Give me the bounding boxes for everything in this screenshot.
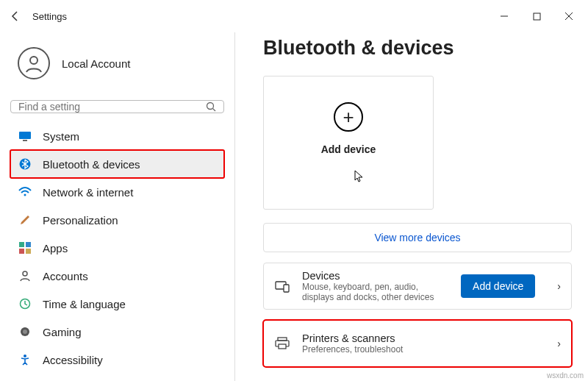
svg-point-18 (23, 330, 27, 334)
devices-title: Devices (302, 270, 449, 282)
watermark: wsxdn.com (547, 371, 584, 380)
nav-label: Accounts (43, 270, 88, 282)
gaming-icon (18, 324, 32, 339)
svg-rect-1 (534, 13, 540, 20)
svg-rect-22 (278, 338, 287, 341)
view-more-devices-button[interactable]: View more devices (263, 223, 572, 252)
nav-label: Network & internet (43, 186, 133, 199)
svg-rect-8 (23, 140, 27, 141)
account-name: Local Account (62, 57, 130, 70)
sidebar: Local Account System Bluetooth & devices… (0, 32, 235, 381)
nav-network[interactable]: Network & internet (10, 178, 224, 206)
svg-point-10 (24, 194, 26, 196)
printer-icon (274, 337, 290, 350)
page-title: Bluetooth & devices (263, 37, 572, 60)
svg-rect-24 (279, 344, 286, 349)
svg-point-4 (30, 57, 37, 64)
system-icon (18, 129, 32, 143)
nav-label: Personalization (43, 214, 118, 227)
apps-icon (18, 241, 32, 255)
printers-scanners-row[interactable]: Printers & scanners Preferences, trouble… (263, 320, 572, 367)
nav-label: Accessibility (43, 354, 103, 366)
nav-label: Gaming (43, 326, 82, 338)
minimize-button[interactable] (488, 4, 520, 29)
nav-label: Time & language (43, 298, 126, 310)
nav-bluetooth-devices[interactable]: Bluetooth & devices (10, 150, 224, 178)
brush-icon (18, 213, 32, 227)
nav-gaming[interactable]: Gaming (10, 318, 224, 346)
nav-time-language[interactable]: Time & language (10, 290, 224, 318)
svg-rect-12 (26, 242, 31, 247)
nav-label: System (43, 130, 79, 143)
svg-point-15 (23, 271, 27, 276)
nav-label: Apps (43, 242, 68, 254)
nav-privacy[interactable]: Privacy & security (10, 374, 224, 381)
nav-system[interactable]: System (10, 122, 224, 150)
close-button[interactable] (553, 4, 585, 29)
person-icon (24, 53, 44, 74)
wifi-icon (18, 185, 32, 199)
add-device-card[interactable]: + Add device (263, 76, 434, 210)
nav-list: System Bluetooth & devices Network & int… (10, 122, 224, 381)
printers-title: Printers & scanners (302, 332, 545, 344)
svg-rect-11 (19, 242, 24, 247)
search-icon (206, 102, 216, 112)
account-header[interactable]: Local Account (10, 32, 224, 100)
bluetooth-icon (18, 157, 32, 171)
devices-text: Devices Mouse, keyboard, pen, audio, dis… (302, 270, 449, 302)
nav-apps[interactable]: Apps (10, 234, 224, 262)
svg-rect-21 (284, 285, 289, 292)
printers-text: Printers & scanners Preferences, trouble… (302, 332, 545, 355)
avatar (18, 47, 50, 79)
clock-icon (18, 296, 32, 311)
svg-rect-7 (19, 132, 31, 139)
nav-personalization[interactable]: Personalization (10, 206, 224, 234)
nav-accounts[interactable]: Accounts (10, 262, 224, 290)
add-device-label: Add device (321, 143, 376, 155)
nav-label: Bluetooth & devices (43, 158, 140, 171)
devices-row[interactable]: Devices Mouse, keyboard, pen, audio, dis… (263, 263, 572, 310)
minimize-icon (500, 12, 509, 21)
svg-line-6 (213, 109, 216, 112)
accessibility-icon (18, 352, 32, 367)
add-device-button[interactable]: Add device (461, 274, 535, 298)
maximize-button[interactable] (520, 4, 553, 29)
window-title: Settings (32, 11, 67, 22)
printers-subtitle: Preferences, troubleshoot (302, 344, 545, 355)
window-controls (488, 4, 585, 29)
close-icon (564, 12, 573, 21)
accounts-icon (18, 268, 32, 283)
arrow-left-icon (10, 10, 21, 22)
svg-point-5 (207, 103, 214, 110)
content-pane: Bluetooth & devices + Add device View mo… (235, 32, 588, 381)
search-input[interactable] (18, 101, 206, 113)
back-button[interactable] (3, 4, 28, 29)
devices-subtitle: Mouse, keyboard, pen, audio, displays an… (302, 282, 449, 302)
cursor-icon (354, 170, 365, 183)
chevron-right-icon: › (557, 338, 561, 349)
nav-accessibility[interactable]: Accessibility (10, 346, 224, 374)
svg-rect-13 (19, 249, 24, 254)
chevron-right-icon: › (557, 280, 561, 292)
search-box[interactable] (10, 100, 224, 113)
svg-rect-14 (26, 249, 31, 254)
devices-icon (274, 279, 290, 293)
plus-icon: + (334, 102, 363, 132)
titlebar: Settings (0, 0, 588, 32)
svg-point-19 (24, 355, 26, 357)
maximize-icon (533, 13, 541, 21)
